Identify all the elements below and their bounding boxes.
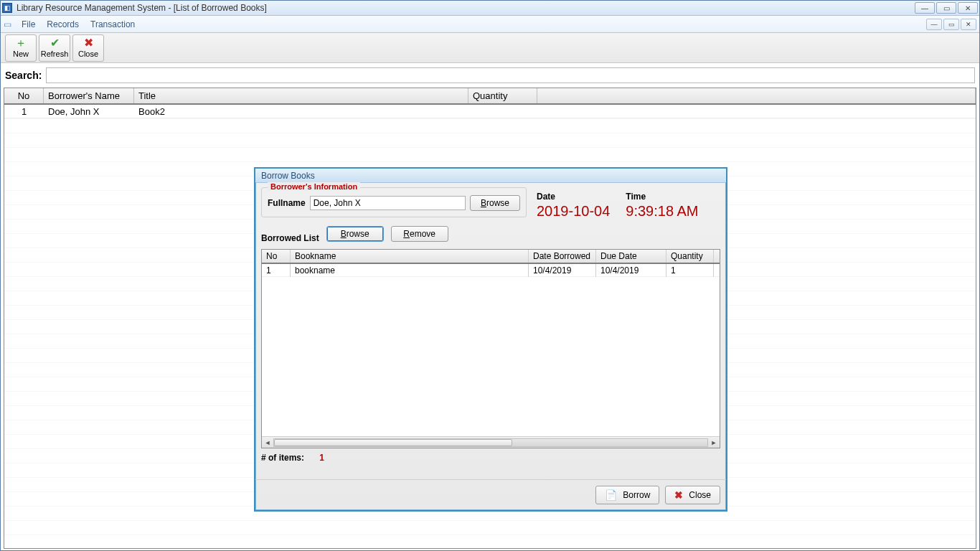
- maximize-button[interactable]: ▭: [936, 2, 956, 14]
- refresh-button[interactable]: ✔ Refresh: [39, 34, 70, 62]
- mdi-restore-icon[interactable]: ▭: [4, 19, 11, 29]
- items-count: 1: [319, 453, 324, 463]
- datetime-block: Date 2019-10-04 Time 9:39:18 AM: [537, 192, 699, 220]
- browse-book-button[interactable]: Browse: [326, 226, 384, 242]
- borrowed-grid-header: No Bookname Date Borrowed Due Date Quant…: [262, 250, 720, 264]
- main-window: Library Resource Management System - [Li…: [0, 0, 980, 551]
- minimize-button[interactable]: —: [915, 2, 935, 14]
- scroll-right-icon[interactable]: ►: [708, 439, 720, 446]
- table-row[interactable]: 1 bookname 10/4/2019 10/4/2019 1: [262, 264, 720, 277]
- cell-no: 1: [4, 105, 44, 118]
- borrow-button[interactable]: 📄 Borrow: [595, 486, 659, 504]
- items-count-row: # of items: 1: [261, 453, 720, 463]
- new-button[interactable]: ＋ New: [5, 34, 37, 62]
- col-no[interactable]: No: [4, 88, 44, 103]
- sc-db: 10/4/2019: [529, 264, 596, 277]
- scroll-thumb[interactable]: [274, 439, 512, 446]
- dialog-footer: 📄 Borrow ✖ Close: [255, 479, 726, 510]
- grid-header: No Borrower's Name Title Quantity: [4, 88, 976, 105]
- dialog-title[interactable]: Borrow Books: [255, 169, 726, 183]
- fullname-label: Fullname: [268, 198, 306, 208]
- sc-book: bookname: [291, 264, 529, 277]
- date-label: Date: [537, 192, 610, 202]
- time-col: Time 9:39:18 AM: [626, 192, 698, 220]
- borrow-button-label: Borrow: [623, 490, 650, 500]
- borrower-info-fieldset: Borrower's Information Fullname Browse: [261, 187, 527, 217]
- cell-title: Book2: [134, 105, 468, 118]
- col-quantity[interactable]: Quantity: [468, 88, 537, 103]
- borrowed-list-label: Borrowed List: [261, 233, 319, 243]
- time-value: 9:39:18 AM: [626, 203, 698, 220]
- mdi-maximize-button[interactable]: ▭: [943, 19, 959, 30]
- close-window-button[interactable]: ✕: [958, 2, 978, 14]
- mdi-close-button[interactable]: ✕: [961, 19, 976, 30]
- fullname-input[interactable]: [310, 196, 466, 210]
- mdi-window-controls: — ▭ ✕: [926, 19, 976, 30]
- items-label: # of items:: [261, 453, 304, 463]
- subcol-quantity[interactable]: Quantity: [666, 250, 714, 263]
- date-value: 2019-10-04: [537, 203, 610, 220]
- col-title[interactable]: Title: [134, 88, 468, 103]
- sc-due: 10/4/2019: [596, 264, 666, 277]
- search-input[interactable]: [46, 67, 975, 83]
- close-button[interactable]: ✖ Close: [72, 34, 104, 62]
- titlebar: Library Resource Management System - [Li…: [1, 1, 979, 16]
- subcol-book[interactable]: Bookname: [291, 250, 529, 263]
- date-col: Date 2019-10-04: [537, 192, 610, 220]
- borrowed-grid-body[interactable]: 1 bookname 10/4/2019 10/4/2019 1: [262, 264, 720, 436]
- search-row: Search:: [4, 65, 976, 88]
- sc-qty: 1: [666, 264, 714, 277]
- menu-file[interactable]: File: [16, 18, 41, 31]
- subcol-due-date[interactable]: Due Date: [596, 250, 666, 263]
- plus-icon: ＋: [15, 37, 27, 49]
- menu-records[interactable]: Records: [41, 18, 85, 31]
- horizontal-scrollbar[interactable]: ◄ ►: [262, 436, 720, 448]
- dialog-close-label: Close: [689, 490, 711, 500]
- window-title: Library Resource Management System - [Li…: [17, 3, 267, 13]
- dialog-body: Borrower's Information Fullname Browse D…: [255, 183, 726, 479]
- sc-no: 1: [262, 264, 291, 277]
- subcol-no[interactable]: No: [262, 250, 291, 263]
- scroll-track[interactable]: [273, 438, 708, 447]
- search-label: Search:: [5, 70, 42, 81]
- subcol-date-borrowed[interactable]: Date Borrowed: [529, 250, 596, 263]
- borrow-icon: 📄: [605, 489, 617, 501]
- content-area: Search: No Borrower's Name Title Quantit…: [1, 63, 979, 550]
- menu-transaction[interactable]: Transaction: [85, 18, 141, 31]
- table-row[interactable]: 1 Doe, John X Book2: [4, 105, 976, 118]
- check-icon: ✔: [50, 37, 60, 49]
- borrowed-grid: No Bookname Date Borrowed Due Date Quant…: [261, 249, 720, 448]
- time-label: Time: [626, 192, 698, 202]
- borrower-legend: Borrower's Information: [268, 182, 360, 191]
- close-icon: ✖: [674, 489, 683, 501]
- mdi-minimize-button[interactable]: —: [926, 19, 942, 30]
- borrowed-list-row: Borrowed List Browse Remove: [261, 225, 720, 243]
- x-icon: ✖: [84, 37, 93, 49]
- toolbar: ＋ New ✔ Refresh ✖ Close: [1, 33, 979, 63]
- cell-qty: [468, 110, 537, 112]
- menubar: ▭ File Records Transaction — ▭ ✕: [1, 16, 979, 33]
- dialog-close-button[interactable]: ✖ Close: [665, 486, 720, 504]
- window-controls: — ▭ ✕: [915, 2, 978, 14]
- col-spacer: [537, 88, 976, 103]
- borrow-dialog: Borrow Books Borrower's Information Full…: [254, 167, 727, 512]
- remove-book-button[interactable]: Remove: [391, 226, 448, 242]
- scroll-left-icon[interactable]: ◄: [262, 439, 273, 446]
- browse-borrower-button[interactable]: Browse: [470, 195, 520, 211]
- app-icon: [2, 3, 12, 13]
- cell-name: Doe, John X: [44, 105, 134, 118]
- col-borrower[interactable]: Borrower's Name: [44, 88, 134, 103]
